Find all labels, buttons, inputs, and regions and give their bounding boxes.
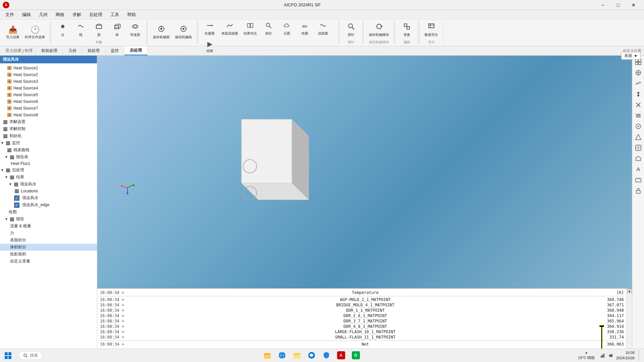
- tree-item-forced-cooling-edge[interactable]: ✓ 强迫风冷_edge: [0, 201, 97, 208]
- volume-icon[interactable]: [608, 353, 613, 358]
- menu-geometry[interactable]: 几何: [35, 10, 52, 19]
- menu-edit[interactable]: 编辑: [18, 10, 35, 19]
- tree-item-hs6[interactable]: Heat Source6: [0, 98, 97, 105]
- surface-streamline-button[interactable]: 表面流线图: [219, 21, 240, 37]
- vector-map-button[interactable]: 矢量图: [201, 21, 218, 37]
- tree-item-flow-energy[interactable]: 流量 & 能量: [0, 223, 97, 230]
- probe-tool-button[interactable]: 探针: [343, 21, 360, 39]
- svg-rect-50: [3, 127, 7, 128]
- tree-item-hs8[interactable]: Heat Source8: [0, 112, 97, 118]
- tree-item-force[interactable]: 力: [0, 230, 97, 237]
- taskbar-clock[interactable]: 16:08 2024/10/28: [616, 350, 635, 361]
- tree-item-surface-integral[interactable]: 表面积分: [0, 237, 97, 244]
- cloud-map-button[interactable]: 云图: [278, 21, 295, 37]
- tree-item-hs5[interactable]: Heat Source5: [0, 92, 97, 98]
- tree-item-monitor[interactable]: ▼ 监控: [0, 139, 97, 146]
- svg-rect-138: [293, 354, 300, 359]
- menu-post[interactable]: 后处理: [85, 10, 106, 19]
- tree-item-solve-set[interactable]: 求解设置: [0, 118, 97, 125]
- tree-item-drawing[interactable]: 绘图: [0, 208, 97, 216]
- menu-tools[interactable]: 工具: [106, 10, 123, 19]
- tree-item-forced-cooling-group[interactable]: ▼ 强迫风冷: [0, 181, 97, 188]
- tab-prepreprocess[interactable]: 前前处理: [36, 46, 63, 55]
- rt-btn-lock[interactable]: [633, 186, 643, 196]
- menu-help[interactable]: 帮助: [123, 10, 140, 19]
- tree-item-results[interactable]: ▼ 结果: [0, 174, 97, 181]
- rt-btn-4[interactable]: [633, 89, 643, 99]
- menu-mesh[interactable]: 网格: [52, 10, 68, 19]
- tab-geometry[interactable]: 几何: [63, 46, 82, 55]
- taskbar-app-red[interactable]: A: [334, 349, 348, 362]
- show-desktop-button[interactable]: [639, 350, 640, 361]
- tree-item-hs2[interactable]: Heat Source2: [0, 71, 97, 78]
- tree-item-hs3[interactable]: Heat Source3: [0, 78, 97, 85]
- rt-btn-5[interactable]: [633, 100, 643, 110]
- close-button[interactable]: ✕: [626, 0, 641, 10]
- rt-btn-10[interactable]: [633, 154, 643, 164]
- tab-monitor[interactable]: 监控: [105, 46, 124, 55]
- tree-item-postprocess[interactable]: ▼ 后处理: [0, 167, 97, 174]
- surface-dropdown[interactable]: 表面 ▼: [621, 52, 641, 60]
- checkbox-icon[interactable]: ✓: [14, 202, 19, 208]
- tree-item-hs4[interactable]: Heat Source4: [0, 85, 97, 92]
- checkbox-icon[interactable]: ✓: [14, 195, 19, 201]
- taskbar-app-browser[interactable]: [275, 349, 289, 362]
- tree-item-hs1[interactable]: Heat Source1: [0, 65, 97, 71]
- viewport[interactable]: [97, 56, 632, 288]
- tree-item-heatflux1[interactable]: Heat Flux1: [0, 161, 97, 167]
- maximize-button[interactable]: □: [610, 0, 626, 10]
- start-button[interactable]: [0, 349, 16, 362]
- network-icon[interactable]: [600, 353, 605, 358]
- taskbar-app-explorer[interactable]: [261, 349, 274, 362]
- tree-item-report2[interactable]: ▼ 报告: [0, 216, 97, 223]
- tab-postprocess[interactable]: 后处理: [124, 46, 148, 55]
- minimize-button[interactable]: −: [595, 0, 610, 10]
- tree-item-label: 求解控制: [9, 126, 25, 132]
- probe-button[interactable]: 探针: [260, 21, 277, 37]
- draw-button[interactable]: ✏ 绘图: [297, 21, 313, 37]
- rt-btn-9[interactable]: [633, 143, 643, 153]
- taskbar-app-green[interactable]: G: [349, 349, 363, 362]
- rt-btn-8[interactable]: [633, 132, 643, 142]
- result-compare-button[interactable]: 结果对比: [241, 21, 259, 37]
- line-button[interactable]: 线: [72, 21, 89, 39]
- sequence-file-button[interactable]: 🕐 时序文件选择: [23, 24, 47, 41]
- tab-preprocess[interactable]: 前处理: [82, 46, 105, 55]
- volume-button[interactable]: 体: [109, 21, 125, 39]
- rt-btn-2[interactable]: [633, 68, 643, 78]
- streamline-button[interactable]: 流线图: [315, 21, 331, 37]
- tree-item-hs7[interactable]: Heat Source7: [0, 105, 97, 112]
- tree-item-residual[interactable]: 残差曲线: [0, 146, 97, 154]
- rotate-module-button[interactable]: 旋转机械模块: [367, 21, 391, 39]
- rt-btn-6[interactable]: [633, 111, 643, 121]
- isosurface-button[interactable]: 等值面: [127, 21, 144, 39]
- tree-item-report[interactable]: ▼ 报告表: [0, 154, 97, 161]
- menu-solve[interactable]: 求解: [68, 10, 85, 19]
- rt-btn-3[interactable]: [633, 78, 643, 88]
- tree-item-forced-cooling-check[interactable]: ✓ 强迫风冷: [0, 194, 97, 201]
- animation-button[interactable]: ▶ 动画: [201, 39, 218, 55]
- tree-item-init[interactable]: 初始化: [0, 132, 97, 139]
- rt-btn-7[interactable]: [633, 121, 643, 131]
- transform-button[interactable]: 变换: [398, 21, 415, 39]
- surface-button[interactable]: 面: [91, 21, 107, 39]
- taskbar-search[interactable]: 搜索: [19, 351, 42, 360]
- log-scroll-up[interactable]: ▲: [627, 289, 632, 293]
- taskbar-app-folder[interactable]: [290, 349, 304, 362]
- menu-file[interactable]: 文件: [1, 10, 18, 19]
- taskbar-app-shield[interactable]: [320, 349, 333, 362]
- data-export-button[interactable]: 数据导出: [423, 21, 440, 39]
- tree-item-volume-integral[interactable]: 体积积分: [0, 244, 97, 251]
- rotate-surface-button[interactable]: 旋转机械面: [151, 24, 172, 41]
- rt-btn-11[interactable]: [633, 164, 643, 174]
- tree-item-solve-ctrl[interactable]: 求解控制: [0, 125, 97, 132]
- point-button[interactable]: 点: [54, 21, 71, 39]
- tree-label: 强迫风冷: [0, 56, 97, 63]
- tree-item-locations[interactable]: Locations: [0, 188, 97, 194]
- rotate-line-button[interactable]: 旋转机械线: [173, 24, 194, 41]
- taskbar-app-edge[interactable]: [305, 349, 318, 362]
- rt-btn-12[interactable]: [633, 175, 643, 185]
- import-result-button[interactable]: 📥 导入结果: [4, 24, 21, 41]
- tree-item-custom-var[interactable]: 自定义变量: [0, 258, 97, 265]
- tree-item-projection-area[interactable]: 投影面积: [0, 251, 97, 258]
